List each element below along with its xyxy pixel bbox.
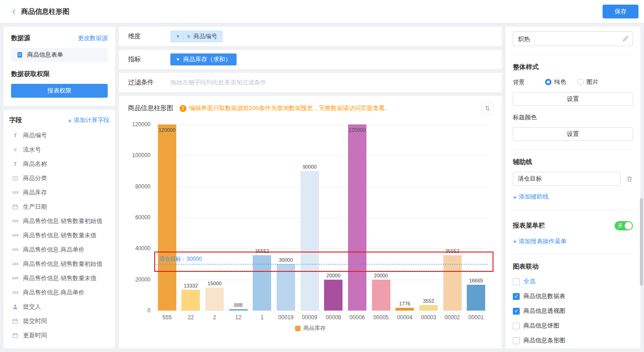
bar-value-label: 16665 [460,278,492,283]
bg-option[interactable]: 图片 [577,78,598,86]
background-set-button[interactable]: 设置 [513,92,633,106]
background-label: 背景 [513,78,545,87]
gridline [155,124,488,125]
linkage-item[interactable]: ✓商品信息数据表 [513,292,633,300]
number-icon: 123 [11,262,19,266]
bar-00008[interactable] [324,280,342,311]
report-menu-row: 报表菜单栏 开 [513,221,633,230]
field-item[interactable]: 123商品库存 [9,185,110,199]
bar-22[interactable] [181,290,200,311]
add-aux-line-link[interactable]: +添加辅助线 [513,193,549,201]
back-icon[interactable]: ‹ [12,6,16,17]
bar-value-label: 888 [222,302,255,308]
save-button[interactable]: 保存 [603,5,638,18]
field-item[interactable]: 123商品售价信息.销售数量末值 [9,271,110,285]
checkbox[interactable] [513,323,520,329]
radio-icon[interactable] [545,79,551,85]
datasource-name: 商品信息表单 [27,51,63,59]
field-item[interactable]: 123商品售价信息.销售数量初始值 [9,257,110,271]
bg-option[interactable]: 纯色 [545,78,566,86]
fields-title: 字段 [9,116,22,124]
legend-item[interactable]: 商品库存 [119,324,502,332]
plus-icon: + [513,194,517,200]
checkbox[interactable]: ✓ [513,293,520,300]
bar-00004[interactable] [395,308,414,311]
checkbox[interactable]: ✓ [513,308,520,315]
change-datasource-link[interactable]: 更改数据源 [78,34,108,42]
filter-dropzone[interactable]: 拖动左侧字段到此处来添加过滤条件 [170,78,266,87]
bar-00005[interactable] [372,280,390,311]
aux-line-input[interactable]: 清仓目标 [513,172,621,186]
bar-00003[interactable] [419,305,438,311]
field-label: 商品库存 [23,188,47,197]
field-label: 商品售价信息.销售数量初始值 [23,217,103,225]
linkage-item[interactable]: ✓商品信息透视图 [513,307,633,315]
title-color-set-button[interactable]: 设置 [513,127,633,141]
select-all-checkbox[interactable] [513,278,520,285]
field-label: 商品售价信息.销售数量末值 [23,231,97,240]
date-icon [11,318,19,324]
bar-00006[interactable] [348,124,366,311]
datasource-panel: 数据源 更改数据源 商品信息表单 数据获取权限 报表权限 [4,27,115,106]
dimension-tag[interactable]: ▼ ≡ 商品编号 [170,30,223,42]
bar-00001[interactable] [467,285,485,311]
linkage-label: 商品信息条形图 [523,336,565,345]
divider [513,210,633,210]
field-label: 商品分类 [23,174,47,182]
plus-icon: + [513,238,517,245]
header: ‹ 商品信息柱形图 保存 [0,0,644,23]
chart-title-input[interactable]: 炽热 [513,31,633,46]
field-label: 商品售价信息.商品单价 [23,246,85,254]
field-item[interactable]: 提交时间 [9,314,110,328]
dimension-row: 维度 ▼ ≡ 商品编号 [119,27,502,46]
add-report-menu-link[interactable]: +添加报表操作菜单 [513,237,567,246]
field-item[interactable]: 123商品售价信息.销售数量初始值 [9,214,110,228]
linkage-label: 商品信息透视图 [523,307,565,315]
datasource-item[interactable]: 商品信息表单 [11,48,108,62]
scrollbar[interactable] [640,198,643,286]
person-icon [11,304,19,310]
field-label: 生产日期 [23,203,47,211]
filter-row: 过滤条件 拖动左侧字段到此处来添加过滤条件 [119,73,502,92]
field-item[interactable]: T商品编号 [9,128,110,142]
radio-label: 图片 [586,78,598,86]
bar-555[interactable] [158,124,176,311]
bar-2[interactable] [205,287,224,311]
bar-00009[interactable] [301,171,319,311]
radio-icon[interactable] [577,79,584,85]
sort-button[interactable]: ⇅ [482,102,493,114]
form-doc-icon [16,52,24,58]
y-axis-tick: 20000 [114,276,151,283]
number-icon: 123 [11,247,19,252]
field-item[interactable]: 商品分类 [9,171,110,185]
bar-value-label: 90000 [294,164,326,170]
add-calc-field-link[interactable]: +添加计算字段 [68,116,110,124]
y-axis-tick: 80000 [114,183,151,190]
select-all-link[interactable]: 全选 [523,277,535,286]
field-item[interactable]: 提交人 [9,299,110,314]
field-item[interactable]: 123商品售价信息.商品单价 [9,242,110,257]
field-label: 商品售价信息.销售数量末值 [23,274,97,282]
field-item[interactable]: 123商品售价信息.销售数量末值 [9,228,110,242]
select-all-row: 全选 [513,277,633,286]
number-icon: 123 [11,233,19,237]
field-item[interactable]: 生产日期 [9,199,110,214]
field-item[interactable]: 123商品售价信息.商品单价 [9,285,110,299]
checkbox[interactable] [513,337,520,344]
linkage-label: 商品信息数据表 [523,292,565,300]
bar-value-label: 20000 [317,273,349,278]
bar-value-label: 120000 [151,127,183,133]
field-item[interactable]: 更新时间 [9,328,110,342]
bar-12[interactable] [229,309,248,311]
report-permission-button[interactable]: 报表权限 [11,84,108,98]
field-item[interactable]: #流水号 [9,142,110,157]
linkage-list: ✓商品信息数据表✓商品信息透视图商品信息饼图商品信息条形图商品信息雷达图 [513,292,633,348]
title-color-label: 标题颜色 [513,113,633,122]
report-menu-toggle[interactable]: 开 [615,221,633,230]
trash-icon[interactable] [626,176,633,182]
field-item[interactable]: T商品名称 [9,157,110,171]
linkage-item[interactable]: 商品信息饼图 [513,322,633,330]
linkage-item[interactable]: 商品信息条形图 [513,336,633,345]
edit-icon[interactable] [622,35,629,43]
metric-tag[interactable]: ▼ 商品库存（求和） [170,53,237,65]
